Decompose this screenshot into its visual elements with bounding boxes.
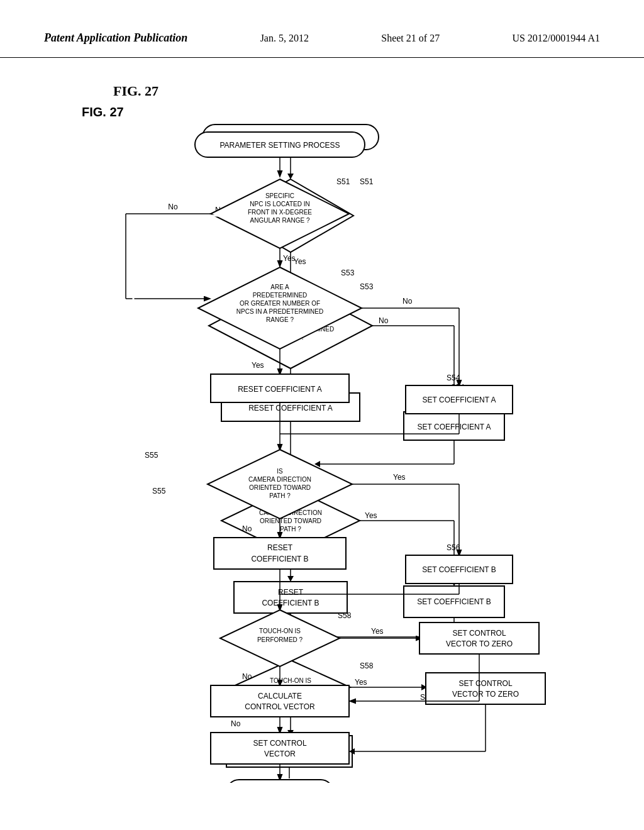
page: Patent Application Publication Jan. 5, 2… — [0, 0, 644, 830]
sheet-info: Sheet 21 of 27 — [381, 33, 440, 44]
flowchart-overlay — [52, 118, 592, 830]
svg-text:FIG. 27: FIG. 27 — [82, 105, 124, 119]
patent-number: US 2012/0001944 A1 — [512, 33, 600, 44]
header: Patent Application Publication Jan. 5, 2… — [0, 0, 644, 58]
figure-area: FIG. 27 PARAMETER SETTING PROCESS S51 SP… — [0, 58, 644, 830]
publication-date: Jan. 5, 2012 — [260, 33, 309, 44]
publication-title: Patent Application Publication — [44, 31, 187, 45]
